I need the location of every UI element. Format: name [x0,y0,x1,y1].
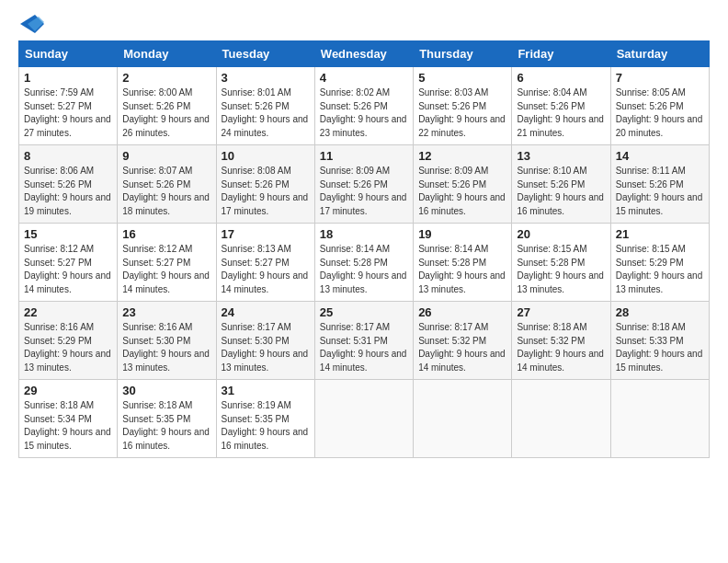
page-header [18,18,710,33]
day-number: 17 [222,227,310,241]
day-number: 25 [320,305,408,319]
day-info: Sunrise: 8:17 AMSunset: 5:31 PMDaylight:… [320,322,407,373]
day-info: Sunrise: 8:11 AMSunset: 5:26 PMDaylight:… [616,166,703,216]
weekday-header-tuesday: Tuesday [216,41,314,67]
day-number: 30 [122,384,210,397]
day-info: Sunrise: 8:07 AMSunset: 5:26 PMDaylight:… [122,166,210,216]
calendar-week-row: 29 Sunrise: 8:18 AMSunset: 5:34 PMDaylig… [19,380,710,458]
day-number: 31 [222,384,310,397]
calendar-cell [512,380,610,458]
day-info: Sunrise: 8:03 AMSunset: 5:26 PMDaylight:… [418,87,506,138]
day-number: 13 [517,149,605,163]
calendar-cell: 7 Sunrise: 8:05 AMSunset: 5:26 PMDayligh… [610,67,709,145]
weekday-header-row: SundayMondayTuesdayWednesdayThursdayFrid… [19,41,710,67]
day-info: Sunrise: 8:10 AMSunset: 5:26 PMDaylight:… [517,166,604,216]
calendar-week-row: 8 Sunrise: 8:06 AMSunset: 5:26 PMDayligh… [19,145,710,224]
calendar-cell: 11 Sunrise: 8:09 AMSunset: 5:26 PMDaylig… [314,145,413,224]
day-number: 11 [320,149,408,163]
calendar-cell: 9 Sunrise: 8:07 AMSunset: 5:26 PMDayligh… [118,145,216,224]
day-number: 22 [24,305,112,319]
day-number: 9 [122,149,210,163]
day-info: Sunrise: 8:16 AMSunset: 5:29 PMDaylight:… [24,322,111,373]
day-number: 19 [418,227,506,241]
calendar-cell: 5 Sunrise: 8:03 AMSunset: 5:26 PMDayligh… [414,67,512,145]
day-info: Sunrise: 8:17 AMSunset: 5:32 PMDaylight:… [418,322,506,373]
weekday-header-wednesday: Wednesday [314,41,413,67]
calendar-cell: 4 Sunrise: 8:02 AMSunset: 5:26 PMDayligh… [314,67,413,145]
calendar-cell: 24 Sunrise: 8:17 AMSunset: 5:30 PMDaylig… [216,302,314,380]
day-number: 14 [616,149,704,163]
calendar-cell: 8 Sunrise: 8:06 AMSunset: 5:26 PMDayligh… [19,145,118,224]
calendar-cell: 13 Sunrise: 8:10 AMSunset: 5:26 PMDaylig… [512,145,610,224]
calendar-cell: 21 Sunrise: 8:15 AMSunset: 5:29 PMDaylig… [610,224,709,302]
calendar-cell: 18 Sunrise: 8:14 AMSunset: 5:28 PMDaylig… [314,224,413,302]
day-info: Sunrise: 8:04 AMSunset: 5:26 PMDaylight:… [517,87,604,138]
day-number: 21 [616,227,704,241]
day-info: Sunrise: 8:19 AMSunset: 5:35 PMDaylight:… [222,400,309,451]
day-info: Sunrise: 8:18 AMSunset: 5:33 PMDaylight:… [616,322,703,373]
calendar-cell: 19 Sunrise: 8:14 AMSunset: 5:28 PMDaylig… [414,224,512,302]
day-number: 20 [517,227,605,241]
logo-arrow-icon [20,15,44,33]
calendar-cell: 16 Sunrise: 8:12 AMSunset: 5:27 PMDaylig… [118,224,216,302]
calendar-cell: 31 Sunrise: 8:19 AMSunset: 5:35 PMDaylig… [216,380,314,458]
day-info: Sunrise: 8:15 AMSunset: 5:29 PMDaylight:… [616,244,703,294]
day-info: Sunrise: 8:01 AMSunset: 5:26 PMDaylight:… [222,87,309,138]
day-info: Sunrise: 8:12 AMSunset: 5:27 PMDaylight:… [24,244,111,294]
calendar-cell [610,380,709,458]
calendar-cell: 23 Sunrise: 8:16 AMSunset: 5:30 PMDaylig… [118,302,216,380]
weekday-header-monday: Monday [118,41,216,67]
calendar-cell: 10 Sunrise: 8:08 AMSunset: 5:26 PMDaylig… [216,145,314,224]
calendar-cell: 1 Sunrise: 7:59 AMSunset: 5:27 PMDayligh… [19,67,118,145]
day-number: 2 [122,71,210,85]
calendar-cell [414,380,512,458]
day-info: Sunrise: 8:15 AMSunset: 5:28 PMDaylight:… [517,244,604,294]
calendar-table: SundayMondayTuesdayWednesdayThursdayFrid… [18,40,710,458]
day-number: 23 [122,305,210,319]
weekday-header-sunday: Sunday [19,41,118,67]
day-info: Sunrise: 8:09 AMSunset: 5:26 PMDaylight:… [320,166,407,216]
calendar-cell: 15 Sunrise: 8:12 AMSunset: 5:27 PMDaylig… [19,224,118,302]
calendar-cell: 28 Sunrise: 8:18 AMSunset: 5:33 PMDaylig… [610,302,709,380]
calendar-week-row: 15 Sunrise: 8:12 AMSunset: 5:27 PMDaylig… [19,224,710,302]
calendar-cell: 14 Sunrise: 8:11 AMSunset: 5:26 PMDaylig… [610,145,709,224]
day-info: Sunrise: 7:59 AMSunset: 5:27 PMDaylight:… [24,87,111,138]
day-number: 12 [418,149,506,163]
weekday-header-friday: Friday [512,41,610,67]
day-info: Sunrise: 8:05 AMSunset: 5:26 PMDaylight:… [616,87,703,138]
day-number: 29 [24,384,112,397]
day-info: Sunrise: 8:13 AMSunset: 5:27 PMDaylight:… [222,244,309,294]
calendar-cell: 29 Sunrise: 8:18 AMSunset: 5:34 PMDaylig… [19,380,118,458]
day-info: Sunrise: 8:14 AMSunset: 5:28 PMDaylight:… [418,244,506,294]
day-info: Sunrise: 8:17 AMSunset: 5:30 PMDaylight:… [222,322,309,373]
day-number: 15 [24,227,112,241]
calendar-cell: 20 Sunrise: 8:15 AMSunset: 5:28 PMDaylig… [512,224,610,302]
day-number: 5 [418,71,506,85]
weekday-header-thursday: Thursday [414,41,512,67]
day-number: 27 [517,305,605,319]
calendar-cell: 12 Sunrise: 8:09 AMSunset: 5:26 PMDaylig… [414,145,512,224]
day-info: Sunrise: 8:16 AMSunset: 5:30 PMDaylight:… [122,322,210,373]
day-number: 26 [418,305,506,319]
day-info: Sunrise: 8:08 AMSunset: 5:26 PMDaylight:… [222,166,309,216]
day-info: Sunrise: 8:09 AMSunset: 5:26 PMDaylight:… [418,166,506,216]
day-number: 3 [222,71,310,85]
calendar-cell: 6 Sunrise: 8:04 AMSunset: 5:26 PMDayligh… [512,67,610,145]
calendar-cell: 27 Sunrise: 8:18 AMSunset: 5:32 PMDaylig… [512,302,610,380]
calendar-cell: 2 Sunrise: 8:00 AMSunset: 5:26 PMDayligh… [118,67,216,145]
day-number: 8 [24,149,112,163]
day-number: 16 [122,227,210,241]
day-info: Sunrise: 8:18 AMSunset: 5:35 PMDaylight:… [122,400,210,451]
day-info: Sunrise: 8:00 AMSunset: 5:26 PMDaylight:… [122,87,210,138]
day-number: 18 [320,227,408,241]
day-number: 6 [517,71,605,85]
day-info: Sunrise: 8:18 AMSunset: 5:34 PMDaylight:… [24,400,111,451]
day-info: Sunrise: 8:18 AMSunset: 5:32 PMDaylight:… [517,322,604,373]
calendar-cell: 30 Sunrise: 8:18 AMSunset: 5:35 PMDaylig… [118,380,216,458]
calendar-cell: 25 Sunrise: 8:17 AMSunset: 5:31 PMDaylig… [314,302,413,380]
day-info: Sunrise: 8:02 AMSunset: 5:26 PMDaylight:… [320,87,407,138]
day-number: 28 [616,305,704,319]
day-number: 24 [222,305,310,319]
calendar-cell: 17 Sunrise: 8:13 AMSunset: 5:27 PMDaylig… [216,224,314,302]
day-number: 10 [222,149,310,163]
